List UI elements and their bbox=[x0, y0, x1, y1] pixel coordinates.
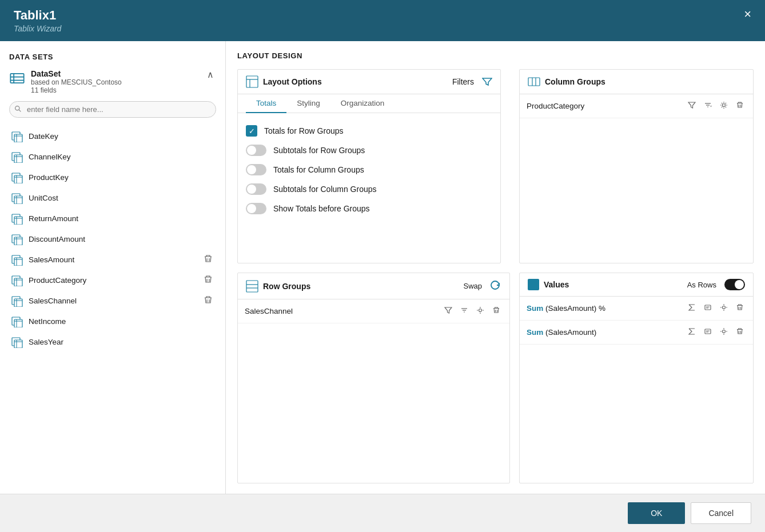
list-item: UnitCost bbox=[9, 187, 216, 208]
datasets-section-title: DATA SETS bbox=[9, 53, 216, 61]
subtotals-column-groups-label: Subtotals for Column Groups bbox=[273, 185, 377, 194]
column-groups-icon bbox=[528, 75, 540, 88]
svg-line-5 bbox=[19, 110, 21, 111]
list-item: SalesAmount bbox=[9, 249, 216, 270]
values-title: Values bbox=[544, 280, 569, 289]
layout-options-title: Layout Options bbox=[263, 77, 322, 86]
subtotals-row-groups-toggle[interactable] bbox=[246, 145, 266, 156]
field-icon bbox=[11, 212, 24, 225]
tab-organization[interactable]: Organization bbox=[330, 94, 395, 113]
column-groups-header: Column Groups bbox=[520, 70, 753, 94]
swap-icon bbox=[489, 279, 501, 291]
field-icon bbox=[11, 335, 24, 348]
bottom-area: Row Groups Swap SalesChannel bbox=[237, 273, 754, 483]
show-totals-before-groups-label: Show Totals before Groups bbox=[273, 204, 370, 213]
value-name: Sum (SalesAmount) bbox=[527, 328, 682, 337]
collapse-button[interactable]: ∧ bbox=[205, 69, 216, 80]
field-list: DateKey ChannelKey ProductKey UnitCost bbox=[9, 126, 216, 352]
tab-styling[interactable]: Styling bbox=[286, 94, 330, 113]
row-group-filter-button[interactable] bbox=[442, 305, 455, 317]
field-delete-button[interactable] bbox=[202, 254, 214, 265]
svg-point-70 bbox=[723, 306, 726, 309]
svg-rect-7 bbox=[14, 134, 22, 142]
svg-rect-53 bbox=[528, 78, 540, 86]
column-group-filter-button[interactable] bbox=[686, 100, 698, 112]
value-delete-button[interactable] bbox=[734, 326, 746, 338]
dataset-icon bbox=[9, 70, 25, 86]
show-totals-before-groups-toggle[interactable] bbox=[246, 203, 266, 214]
dataset-sub2: 11 fields bbox=[31, 86, 122, 94]
row-groups-panel: Row Groups Swap SalesChannel bbox=[237, 273, 510, 483]
value-sigma-button[interactable] bbox=[686, 302, 698, 314]
layout-options-panel: Layout Options Filters Totals Styling Or… bbox=[237, 69, 501, 263]
close-button[interactable]: × bbox=[744, 8, 751, 21]
value-item: Sum (SalesAmount) bbox=[520, 321, 753, 345]
svg-point-66 bbox=[479, 309, 482, 312]
subtotals-column-groups-toggle[interactable] bbox=[246, 183, 266, 195]
row-group-name: SalesChannel bbox=[245, 307, 439, 315]
dialog-subtitle: Tablix Wizard bbox=[14, 24, 61, 33]
svg-rect-47 bbox=[14, 340, 22, 348]
list-item: DiscountAmount bbox=[9, 229, 216, 249]
row-group-sort-button[interactable] bbox=[458, 305, 471, 317]
totals-row-groups-label: Totals for Row Groups bbox=[264, 126, 344, 135]
row-groups-icon bbox=[246, 280, 258, 293]
search-box bbox=[9, 101, 216, 118]
row-group-delete-button[interactable] bbox=[490, 305, 503, 317]
svg-rect-60 bbox=[246, 281, 258, 292]
svg-rect-15 bbox=[14, 175, 22, 183]
tab-totals[interactable]: Totals bbox=[246, 94, 286, 113]
column-groups-title: Column Groups bbox=[545, 77, 605, 86]
filters-icon[interactable] bbox=[482, 77, 492, 87]
totals-column-groups-row: Totals for Column Groups bbox=[246, 160, 492, 179]
totals-row-groups-checkbox[interactable]: ✓ bbox=[246, 125, 257, 137]
as-rows-label: As Rows bbox=[687, 281, 716, 289]
svg-rect-11 bbox=[14, 155, 22, 163]
svg-rect-50 bbox=[246, 76, 258, 87]
swap-button[interactable] bbox=[489, 279, 501, 293]
value-properties-button[interactable] bbox=[718, 326, 730, 338]
search-input[interactable] bbox=[9, 101, 216, 118]
ok-button[interactable]: OK bbox=[628, 502, 685, 524]
row-group-properties-button[interactable] bbox=[474, 305, 487, 317]
dataset-info: DataSet based on MESCIUS_Contoso 11 fiel… bbox=[31, 69, 122, 94]
value-sigma-button[interactable] bbox=[686, 326, 698, 338]
column-group-delete-button[interactable] bbox=[734, 100, 746, 112]
subtotals-row-groups-label: Subtotals for Row Groups bbox=[273, 146, 365, 155]
field-name: NetIncome bbox=[29, 317, 214, 326]
field-name: ChannelKey bbox=[29, 153, 214, 161]
value-name: Sum (SalesAmount) % bbox=[527, 304, 682, 313]
dataset-sub1: based on MESCIUS_Contoso bbox=[31, 78, 122, 86]
filters-label: Filters bbox=[452, 77, 474, 86]
field-icon bbox=[11, 253, 24, 266]
field-delete-button[interactable] bbox=[202, 275, 214, 286]
value-format-button[interactable] bbox=[702, 326, 714, 338]
field-icon bbox=[11, 233, 24, 245]
title-bar-text: Tablix1 Tablix Wizard bbox=[14, 8, 61, 33]
value-format-button[interactable] bbox=[702, 302, 714, 314]
column-groups-panel: Column Groups ProductCategory bbox=[519, 69, 754, 263]
main-content: DATA SETS DataSet based on MESCIUS_Conto… bbox=[0, 41, 765, 494]
cancel-button[interactable]: Cancel bbox=[691, 502, 751, 524]
field-icon bbox=[11, 171, 24, 183]
field-name: ReturnAmount bbox=[29, 214, 214, 223]
as-rows-toggle[interactable] bbox=[724, 279, 745, 290]
field-name: SalesAmount bbox=[29, 255, 198, 264]
field-delete-button[interactable] bbox=[202, 295, 214, 306]
layout-design-title: LAYOUT DESIGN bbox=[237, 51, 754, 60]
totals-row-groups-row: ✓ Totals for Row Groups bbox=[246, 121, 492, 141]
list-item: ProductKey bbox=[9, 167, 216, 187]
field-icon bbox=[11, 274, 24, 286]
column-group-properties-button[interactable] bbox=[718, 100, 730, 112]
value-properties-button[interactable] bbox=[718, 302, 730, 314]
list-item: ChannelKey bbox=[9, 146, 216, 167]
value-delete-button[interactable] bbox=[734, 302, 746, 314]
totals-column-groups-toggle[interactable] bbox=[246, 164, 266, 175]
svg-point-59 bbox=[723, 104, 726, 107]
totals-content: ✓ Totals for Row Groups Subtotals for Ro… bbox=[238, 113, 500, 226]
field-name: DiscountAmount bbox=[29, 235, 214, 243]
list-item: DateKey bbox=[9, 126, 216, 146]
column-group-sort-button[interactable] bbox=[702, 100, 714, 112]
svg-rect-67 bbox=[705, 305, 711, 310]
dialog-tablix-wizard: Tablix1 Tablix Wizard × DATA SETS DataSe… bbox=[0, 0, 765, 532]
